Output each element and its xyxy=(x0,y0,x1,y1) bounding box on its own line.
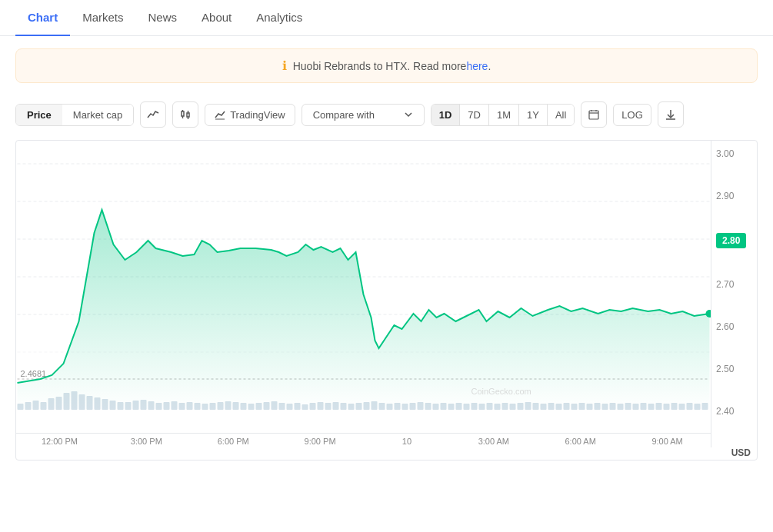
svg-rect-44 xyxy=(195,403,201,410)
svg-rect-59 xyxy=(310,403,316,410)
svg-rect-65 xyxy=(356,403,362,410)
svg-rect-30 xyxy=(87,396,93,410)
svg-rect-100 xyxy=(625,403,631,410)
notification-bar: ℹ Huobi Rebrands to HTX. Read more here … xyxy=(15,48,758,83)
svg-rect-33 xyxy=(110,401,116,410)
time-all-button[interactable]: All xyxy=(548,105,574,125)
svg-rect-101 xyxy=(633,404,639,410)
svg-rect-39 xyxy=(156,403,162,410)
svg-rect-24 xyxy=(41,402,47,410)
svg-rect-47 xyxy=(218,402,224,410)
tradingview-icon xyxy=(215,109,225,120)
svg-rect-27 xyxy=(64,393,70,410)
svg-rect-62 xyxy=(333,402,339,410)
notification-link[interactable]: here xyxy=(466,60,488,72)
x-label-900pm: 9:00 PM xyxy=(277,437,364,446)
x-label-600pm: 6:00 PM xyxy=(190,437,277,446)
svg-rect-78 xyxy=(456,403,462,410)
nav-tabs: Chart Markets News About Analytics xyxy=(0,0,773,36)
x-label-300pm: 3:00 PM xyxy=(103,437,190,446)
log-button[interactable]: LOG xyxy=(613,104,651,126)
compare-label: Compare with xyxy=(313,109,375,121)
svg-rect-95 xyxy=(587,404,593,410)
svg-rect-46 xyxy=(210,403,216,410)
svg-rect-57 xyxy=(295,403,301,410)
compare-with-button[interactable]: Compare with xyxy=(302,104,425,126)
svg-rect-94 xyxy=(579,403,585,410)
time-7d-button[interactable]: 7D xyxy=(460,105,489,125)
svg-rect-70 xyxy=(395,403,401,410)
current-price-badge: 2.80 xyxy=(716,233,746,248)
svg-rect-42 xyxy=(179,403,185,410)
svg-rect-25 xyxy=(48,398,55,410)
x-label-600am: 6:00 AM xyxy=(537,437,624,446)
svg-rect-63 xyxy=(341,403,347,410)
tradingview-button[interactable]: TradingView xyxy=(205,104,295,126)
svg-rect-29 xyxy=(79,394,85,410)
line-chart-icon xyxy=(147,108,159,121)
notification-text: Huobi Rebrands to HTX. Read more xyxy=(293,60,467,72)
svg-rect-71 xyxy=(402,404,408,410)
svg-rect-31 xyxy=(95,397,101,410)
tab-markets[interactable]: Markets xyxy=(70,0,135,36)
svg-rect-0 xyxy=(182,111,184,116)
price-button[interactable]: Price xyxy=(16,105,62,125)
candlestick-icon-button[interactable] xyxy=(172,101,198,128)
tradingview-label: TradingView xyxy=(230,109,285,121)
svg-rect-55 xyxy=(279,403,285,410)
svg-rect-52 xyxy=(256,403,262,410)
svg-rect-82 xyxy=(487,403,493,410)
svg-rect-21 xyxy=(18,404,24,410)
svg-rect-79 xyxy=(464,404,470,410)
svg-rect-69 xyxy=(387,404,393,410)
svg-rect-61 xyxy=(325,403,332,410)
svg-rect-26 xyxy=(56,397,62,410)
toolbar: Price Market cap TradingView Compare wit… xyxy=(0,95,773,134)
svg-rect-88 xyxy=(533,403,539,410)
y-label-250: 2.50 xyxy=(716,364,752,374)
calendar-icon xyxy=(588,109,599,120)
calendar-button[interactable] xyxy=(581,101,607,128)
download-button[interactable] xyxy=(658,101,684,128)
svg-rect-72 xyxy=(410,403,416,410)
tab-analytics[interactable]: Analytics xyxy=(244,0,315,36)
y-label-240: 2.40 xyxy=(716,406,752,417)
time-1y-button[interactable]: 1Y xyxy=(519,105,548,125)
svg-rect-37 xyxy=(141,400,147,410)
svg-rect-64 xyxy=(348,404,355,410)
svg-rect-68 xyxy=(379,403,385,410)
time-1d-button[interactable]: 1D xyxy=(431,105,461,125)
svg-text:CoinGecko.com: CoinGecko.com xyxy=(471,387,531,396)
svg-rect-85 xyxy=(510,404,516,410)
price-chart-svg: 2.4681 xyxy=(16,141,711,433)
chart-fill xyxy=(18,210,710,410)
market-cap-button[interactable]: Market cap xyxy=(62,105,133,125)
x-label-1200pm: 12:00 PM xyxy=(16,437,103,446)
svg-rect-22 xyxy=(25,402,32,410)
svg-rect-34 xyxy=(118,402,124,410)
svg-rect-89 xyxy=(541,404,547,410)
svg-rect-109 xyxy=(695,404,701,410)
tab-chart[interactable]: Chart xyxy=(15,0,70,36)
time-1m-button[interactable]: 1M xyxy=(489,105,519,125)
currency-label: USD xyxy=(16,447,757,460)
svg-rect-102 xyxy=(641,403,647,410)
tab-news[interactable]: News xyxy=(136,0,190,36)
svg-rect-91 xyxy=(556,404,562,410)
svg-rect-108 xyxy=(687,403,693,410)
svg-rect-67 xyxy=(372,401,378,410)
svg-rect-43 xyxy=(187,402,193,410)
tab-about[interactable]: About xyxy=(189,0,244,36)
svg-rect-41 xyxy=(172,401,178,410)
svg-rect-32 xyxy=(102,399,108,410)
svg-rect-54 xyxy=(272,401,278,410)
svg-rect-28 xyxy=(72,391,78,410)
line-chart-icon-button[interactable] xyxy=(140,101,166,128)
svg-rect-92 xyxy=(564,403,570,410)
svg-rect-81 xyxy=(479,404,485,410)
svg-rect-103 xyxy=(648,404,655,410)
chevron-down-icon xyxy=(404,110,413,119)
x-label-300am: 3:00 AM xyxy=(450,437,537,446)
svg-rect-51 xyxy=(248,404,255,410)
svg-rect-75 xyxy=(433,404,439,410)
